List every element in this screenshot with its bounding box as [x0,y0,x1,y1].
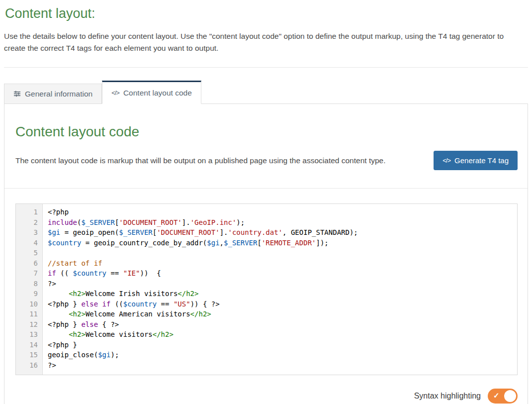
code-line[interactable]: include($_SERVER['DOCUMENT_ROOT'].'GeoIP… [48,217,515,228]
code-line[interactable] [48,248,515,258]
code-token-plain: <?php } [48,320,81,328]
code-token-tag: <h2> [69,310,86,318]
code-token-plain: Welcome visitors [86,330,153,338]
syntax-highlighting-label: Syntax highlighting [414,392,481,401]
line-number: 4 [16,238,38,248]
code-token-plain: )) { [140,269,161,277]
section-title: Content layout code [15,124,518,140]
line-number: 11 [16,309,38,319]
section-description: The content layout code is markup that w… [15,156,385,165]
code-token-var: $gi [48,228,60,236]
generate-t4-tag-button[interactable]: </> Generate T4 tag [434,151,518,170]
code-token-plain: )) { ?> [190,300,220,308]
check-icon: ✓ [493,391,500,400]
code-token-plain: (( [110,300,123,308]
divider [4,67,528,68]
editor-gutter: 12345678910111213141516 [16,204,43,375]
sliders-icon [13,90,21,98]
code-token-plain: ); [110,351,119,359]
code-line[interactable]: <?php } else { ?> [48,319,515,330]
code-token-var: $gi [98,351,110,359]
tab-bar: General information </> Content layout c… [4,81,528,103]
code-line[interactable]: geoip_close($gi); [48,350,515,360]
code-token-plain: == [106,269,123,277]
code-token-plain: <?php [48,208,69,216]
code-token-str: 'DOCUMENT_ROOT' [157,228,219,236]
line-number: 1 [16,207,38,217]
page-intro: Use the details below to define your con… [4,30,527,54]
code-token-plain: , [220,239,224,247]
code-token-kw: else [81,320,98,328]
code-token-plain: [ [153,228,157,236]
code-token-kw: if [102,300,111,308]
code-token-kw: else [81,300,98,308]
tab-general-information[interactable]: General information [4,84,102,103]
code-token-plain: = geoip_open( [60,228,119,236]
code-line[interactable]: $country = geoip_country_code_by_addr($g… [48,238,515,248]
generate-t4-tag-label: Generate T4 tag [454,156,509,165]
code-token-plain: ]. [182,218,190,226]
line-number: 2 [16,217,38,228]
tab-content-layout-code[interactable]: </> Content layout code [102,81,201,104]
code-token-plain: Welcome American visitors [86,310,190,318]
code-line[interactable]: <?php } else if (($country == "US")) { ?… [48,299,515,309]
code-line[interactable]: <?php } [48,340,515,350]
code-token-plain: , GEOIP_STANDARD); [282,228,358,236]
code-token-str: "IE" [123,269,140,277]
editor-code[interactable]: <?phpinclude($_SERVER['DOCUMENT_ROOT'].'… [43,204,517,375]
code-token-plain: <?php } [48,300,81,308]
code-token-str: 'country.dat' [228,228,282,236]
code-token-plain [48,290,69,298]
line-number: 9 [16,289,38,299]
line-number: 14 [16,340,38,350]
code-icon: </> [443,157,450,164]
code-line[interactable]: ?> [48,360,515,371]
code-token-plain: { ?> [98,320,119,328]
code-token-plain: geoip_close( [48,351,98,359]
code-token-plain: ?> [48,361,56,369]
code-token-tag: </h2> [177,290,198,298]
code-token-com: //start of if [48,259,102,267]
line-number: 6 [16,258,38,269]
code-token-plain: ); [236,218,245,226]
code-token-tag: </h2> [153,330,174,338]
line-number: 7 [16,268,38,279]
code-token-var: $country [73,269,106,277]
code-token-var: $gi [207,239,219,247]
line-number: 3 [16,227,38,238]
code-token-tag: </h2> [190,310,211,318]
code-token-plain: = geoip_country_code_by_addr( [81,239,207,247]
tab-label: Content layout code [123,89,192,98]
line-number: 5 [16,248,38,258]
code-token-var: $_SERVER [119,228,152,236]
code-editor[interactable]: 12345678910111213141516 <?phpinclude($_S… [15,203,518,375]
code-token-kw: if [48,269,56,277]
code-line[interactable]: ?> [48,279,515,289]
code-token-plain: [ [257,239,261,247]
code-token-str: 'REMOTE_ADDR' [262,239,316,247]
code-token-plain: <?php } [48,341,77,349]
code-line[interactable]: <?php [48,207,515,217]
code-line[interactable]: <h2>Welcome American visitors</h2> [48,309,515,319]
code-token-var: $_SERVER [81,218,114,226]
code-token-plain [48,310,69,318]
line-number: 12 [16,319,38,330]
code-token-kw: include [48,218,77,226]
code-token-var: $_SERVER [224,239,257,247]
line-number: 10 [16,299,38,309]
code-token-plain: ]. [220,228,228,236]
code-line[interactable]: if (( $country == "IE")) { [48,268,515,279]
code-line[interactable]: $gi = geoip_open($_SERVER['DOCUMENT_ROOT… [48,227,515,238]
code-token-plain [48,330,69,338]
toggle-knob [504,390,516,402]
line-number: 13 [16,329,38,340]
code-token-tag: <h2> [69,330,86,338]
code-token-str: 'DOCUMENT_ROOT' [119,218,181,226]
syntax-highlighting-toggle[interactable]: ✓ [488,389,518,404]
code-token-str: 'GeoIP.inc' [190,218,237,226]
code-token-plain [98,300,102,308]
code-token-str: "US" [174,300,190,308]
code-line[interactable]: <h2>Welcome Irish visitors</h2> [48,289,515,299]
code-line[interactable]: <h2>Welcome visitors</h2> [48,329,515,340]
code-line[interactable]: //start of if [48,258,515,269]
